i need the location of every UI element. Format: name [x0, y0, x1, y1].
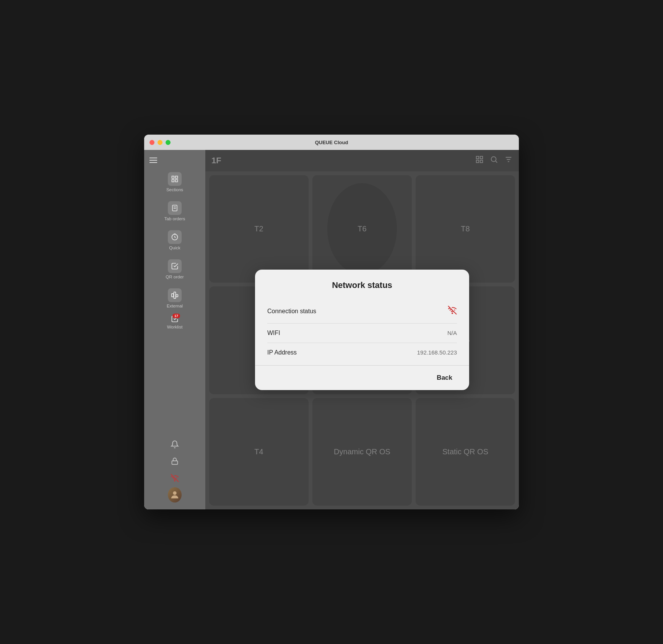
svg-point-13: [174, 480, 175, 481]
sidebar-nav: Sections Tab orders: [144, 167, 205, 332]
modal-row-connection: Connection status: [267, 299, 457, 324]
sidebar-item-worklist[interactable]: 17 Worklist: [144, 314, 205, 331]
sidebar-item-sections[interactable]: Sections: [144, 168, 205, 196]
wifi-label: WIFI: [267, 330, 280, 337]
tab-orders-label: Tab orders: [164, 216, 185, 221]
sidebar-item-tab-orders[interactable]: Tab orders: [144, 197, 205, 225]
maximize-button[interactable]: [166, 140, 171, 145]
sidebar-item-external[interactable]: External: [144, 285, 205, 312]
sidebar-item-quick[interactable]: Quick: [144, 226, 205, 254]
tab-orders-icon: [168, 201, 182, 215]
quick-label: Quick: [169, 246, 180, 250]
svg-rect-2: [172, 180, 174, 182]
quick-icon: [168, 230, 182, 244]
hamburger-line: [150, 160, 157, 161]
ip-address-label: IP Address: [267, 349, 297, 356]
sections-icon: [168, 172, 182, 186]
modal-title: Network status: [267, 280, 457, 290]
wifi-value: N/A: [447, 330, 457, 336]
minimize-button[interactable]: [158, 140, 162, 145]
traffic-lights: [150, 140, 171, 145]
hamburger-menu[interactable]: [144, 154, 205, 167]
svg-rect-10: [176, 294, 178, 297]
modal-footer: Back: [255, 365, 469, 390]
modal-row-wifi: WIFI N/A: [267, 324, 457, 343]
main-area: 1F: [205, 150, 519, 509]
worklist-badge: 17: [172, 314, 180, 318]
avatar-image: [168, 487, 182, 503]
svg-rect-8: [172, 294, 174, 297]
external-label: External: [167, 304, 183, 308]
external-icon: [168, 288, 182, 302]
app-window: QUEUE Cloud: [144, 135, 519, 509]
svg-rect-11: [172, 461, 178, 464]
titlebar: QUEUE Cloud: [144, 135, 519, 150]
ip-address-value: 192.168.50.223: [417, 349, 457, 356]
close-button[interactable]: [150, 140, 154, 145]
sidebar-bottom: [144, 437, 205, 506]
svg-point-14: [173, 491, 176, 495]
window-title: QUEUE Cloud: [315, 140, 348, 145]
modal-body: Network status Connection status: [255, 270, 469, 362]
svg-rect-9: [174, 292, 176, 299]
network-status-modal: Network status Connection status: [255, 270, 469, 390]
hamburger-icon[interactable]: [150, 158, 157, 163]
no-wifi-button[interactable]: [168, 471, 182, 485]
connection-status-label: Connection status: [267, 308, 316, 315]
worklist-label: Worklist: [167, 325, 183, 329]
svg-point-25: [452, 313, 453, 314]
qr-order-icon: [168, 259, 182, 273]
avatar-button[interactable]: [168, 488, 182, 502]
svg-rect-3: [176, 180, 178, 182]
modal-overlay: Network status Connection status: [205, 150, 519, 509]
svg-rect-1: [176, 176, 178, 179]
app-body: Sections Tab orders: [144, 150, 519, 509]
user-avatar: [168, 487, 182, 503]
modal-row-ip: IP Address 192.168.50.223: [267, 343, 457, 362]
hamburger-line: [150, 162, 157, 163]
sidebar: Sections Tab orders: [144, 150, 205, 509]
svg-rect-0: [172, 176, 174, 179]
back-button[interactable]: Back: [432, 372, 457, 384]
sidebar-top: Sections Tab orders: [144, 154, 205, 332]
lock-button[interactable]: [168, 454, 182, 468]
no-wifi-status-icon: [448, 306, 457, 317]
qr-order-label: QR order: [166, 275, 184, 279]
bell-button[interactable]: [168, 437, 182, 451]
sidebar-item-qr-order[interactable]: QR order: [144, 255, 205, 283]
sections-label: Sections: [166, 187, 183, 192]
hamburger-line: [150, 158, 157, 158]
